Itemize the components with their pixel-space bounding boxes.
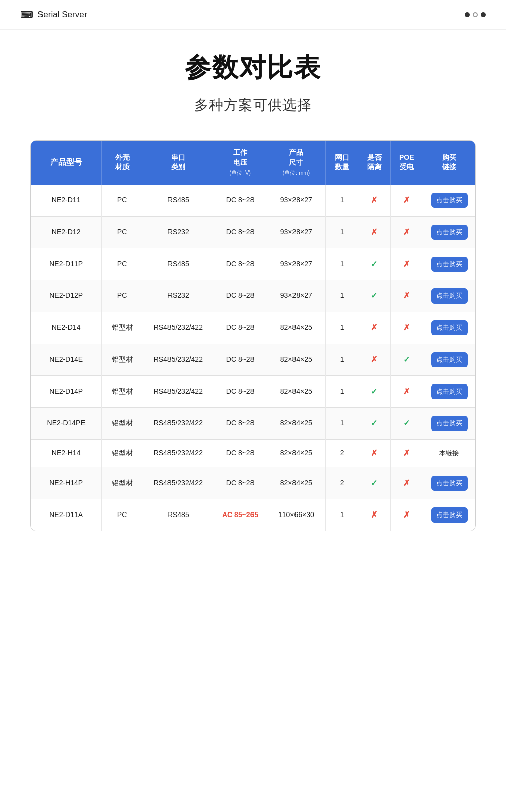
cell-product: NE2-D14E bbox=[31, 344, 102, 375]
cell-serial: RS485/232/422 bbox=[143, 375, 214, 407]
table-row: NE2-H14P铝型材RS485/232/422DC 8~2882×84×252… bbox=[31, 467, 475, 499]
cell-size: 82×84×25 bbox=[267, 312, 326, 344]
cell-shell: PC bbox=[102, 280, 143, 312]
cell-ports: 1 bbox=[326, 185, 358, 217]
app-title: Serial Server bbox=[37, 10, 87, 20]
cell-buy[interactable]: 点击购买 bbox=[423, 344, 475, 375]
cell-product: NE2-H14 bbox=[31, 439, 102, 467]
cell-product: NE2-D12P bbox=[31, 280, 102, 312]
header-isolation: 是否隔离 bbox=[358, 141, 391, 185]
table-row: NE2-D14铝型材RS485/232/422DC 8~2882×84×251✗… bbox=[31, 312, 475, 344]
header-ports: 网口数量 bbox=[326, 141, 358, 185]
cell-buy[interactable]: 点击购买 bbox=[423, 280, 475, 312]
cell-isolation: ✗ bbox=[358, 499, 391, 531]
page-title: 参数对比表 bbox=[30, 50, 476, 86]
keyboard-icon: ⌨ bbox=[20, 9, 33, 20]
cell-poe: ✗ bbox=[391, 280, 423, 312]
header-shell: 外壳材质 bbox=[102, 141, 143, 185]
cell-product: NE2-H14P bbox=[31, 467, 102, 499]
cell-shell: 铝型材 bbox=[102, 312, 143, 344]
buy-button[interactable]: 点击购买 bbox=[431, 257, 468, 272]
cell-ports: 1 bbox=[326, 344, 358, 375]
check-icon: ✓ bbox=[371, 291, 377, 300]
cross-icon: ✗ bbox=[371, 228, 377, 236]
cell-serial: RS485/232/422 bbox=[143, 407, 214, 439]
cell-product: NE2-D11 bbox=[31, 185, 102, 217]
cell-size: 93×28×27 bbox=[267, 280, 326, 312]
cell-ports: 2 bbox=[326, 467, 358, 499]
cell-voltage: DC 8~28 bbox=[214, 375, 267, 407]
table-row: NE2-D11PCRS485DC 8~2893×28×271✗✗点击购买 bbox=[31, 185, 475, 217]
cell-isolation: ✗ bbox=[358, 312, 391, 344]
cell-size: 82×84×25 bbox=[267, 344, 326, 375]
window-dots bbox=[465, 12, 486, 17]
table-row: NE2-D11PPCRS485DC 8~2893×28×271✓✗点击购买 bbox=[31, 248, 475, 280]
cell-serial: RS485/232/422 bbox=[143, 312, 214, 344]
cell-poe: ✗ bbox=[391, 499, 423, 531]
cell-shell: PC bbox=[102, 185, 143, 217]
cell-shell: 铝型材 bbox=[102, 407, 143, 439]
cell-serial: RS485/232/422 bbox=[143, 467, 214, 499]
cell-buy[interactable]: 点击购买 bbox=[423, 216, 475, 248]
cell-voltage: DC 8~28 bbox=[214, 280, 267, 312]
check-icon: ✓ bbox=[371, 479, 377, 487]
dot-1 bbox=[465, 12, 470, 17]
cell-shell: 铝型材 bbox=[102, 375, 143, 407]
buy-button[interactable]: 点击购买 bbox=[431, 320, 468, 335]
buy-button[interactable]: 点击购买 bbox=[431, 225, 468, 240]
cell-serial: RS485/232/422 bbox=[143, 439, 214, 467]
cross-icon: ✗ bbox=[403, 291, 410, 300]
buy-button[interactable]: 点击购买 bbox=[431, 416, 468, 431]
dot-2 bbox=[473, 12, 478, 17]
cross-icon: ✗ bbox=[403, 479, 410, 487]
cell-voltage: DC 8~28 bbox=[214, 344, 267, 375]
cell-size: 82×84×25 bbox=[267, 407, 326, 439]
cross-icon: ✗ bbox=[403, 260, 410, 268]
cell-voltage: DC 8~28 bbox=[214, 407, 267, 439]
cell-serial: RS232 bbox=[143, 280, 214, 312]
cell-buy[interactable]: 点击购买 bbox=[423, 185, 475, 217]
cell-voltage: DC 8~28 bbox=[214, 248, 267, 280]
page-subtitle: 多种方案可供选择 bbox=[30, 96, 476, 115]
cell-poe: ✗ bbox=[391, 312, 423, 344]
cell-voltage: DC 8~28 bbox=[214, 216, 267, 248]
cross-icon: ✗ bbox=[403, 449, 410, 457]
check-icon: ✓ bbox=[403, 355, 410, 364]
buy-button[interactable]: 点击购买 bbox=[431, 476, 468, 491]
table-row: NE2-D12PCRS232DC 8~2893×28×271✗✗点击购买 bbox=[31, 216, 475, 248]
cell-product: NE2-D12 bbox=[31, 216, 102, 248]
check-icon: ✓ bbox=[403, 419, 410, 428]
cell-buy[interactable]: 点击购买 bbox=[423, 407, 475, 439]
cell-product: NE2-D11A bbox=[31, 499, 102, 531]
buy-button[interactable]: 点击购买 bbox=[431, 352, 468, 367]
buy-button[interactable]: 点击购买 bbox=[431, 193, 468, 208]
cell-serial: RS485 bbox=[143, 499, 214, 531]
header-product: 产品型号 bbox=[31, 141, 102, 185]
cell-buy[interactable]: 点击购买 bbox=[423, 248, 475, 280]
cell-isolation: ✓ bbox=[358, 248, 391, 280]
table-row: NE2-D14PE铝型材RS485/232/422DC 8~2882×84×25… bbox=[31, 407, 475, 439]
cell-buy[interactable]: 点击购买 bbox=[423, 375, 475, 407]
cell-isolation: ✗ bbox=[358, 185, 391, 217]
cell-buy[interactable]: 点击购买 bbox=[423, 467, 475, 499]
buy-button[interactable]: 点击购买 bbox=[431, 384, 468, 399]
cell-shell: PC bbox=[102, 248, 143, 280]
buy-link[interactable]: 本链接 bbox=[439, 449, 459, 457]
buy-button[interactable]: 点击购买 bbox=[431, 288, 468, 304]
buy-button[interactable]: 点击购买 bbox=[431, 507, 468, 523]
cell-poe: ✓ bbox=[391, 407, 423, 439]
cell-isolation: ✓ bbox=[358, 375, 391, 407]
cell-buy[interactable]: 点击购买 bbox=[423, 499, 475, 531]
cell-serial: RS485/232/422 bbox=[143, 344, 214, 375]
cell-buy[interactable]: 本链接 bbox=[423, 439, 475, 467]
comparison-table-wrapper: 产品型号 外壳材质 串口类别 工作电压(单位: V) 产品尺寸(单位: mm) … bbox=[30, 140, 476, 531]
cell-ports: 1 bbox=[326, 216, 358, 248]
cross-icon: ✗ bbox=[371, 355, 377, 364]
cell-buy[interactable]: 点击购买 bbox=[423, 312, 475, 344]
cell-isolation: ✓ bbox=[358, 280, 391, 312]
cell-poe: ✗ bbox=[391, 375, 423, 407]
cross-icon: ✗ bbox=[403, 323, 410, 332]
comparison-table: 产品型号 外壳材质 串口类别 工作电压(单位: V) 产品尺寸(单位: mm) … bbox=[31, 141, 475, 531]
cell-voltage: AC 85~265 bbox=[214, 499, 267, 531]
header-size: 产品尺寸(单位: mm) bbox=[267, 141, 326, 185]
